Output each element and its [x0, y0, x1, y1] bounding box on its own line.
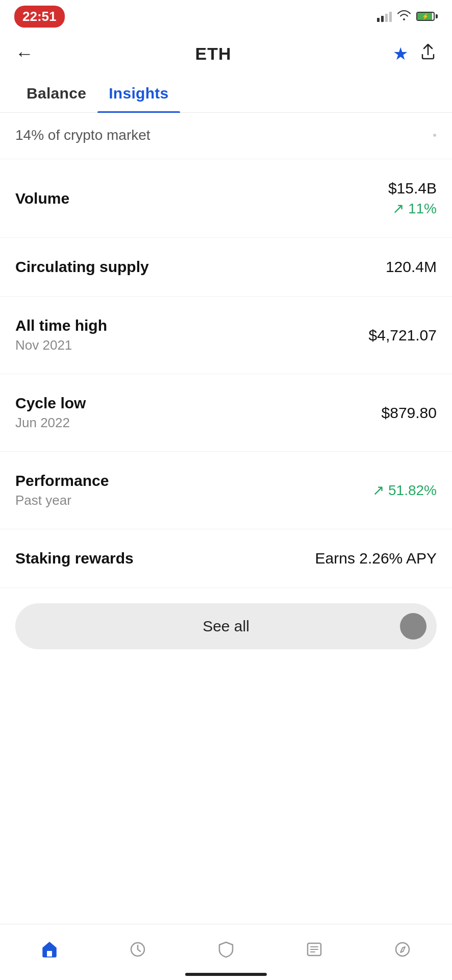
nav-item-explore[interactable] [383, 936, 422, 963]
home-indicator [185, 973, 267, 976]
tab-balance[interactable]: Balance [15, 77, 97, 112]
stat-sublabel-performance: Past year [15, 493, 109, 508]
nav-item-shield[interactable] [206, 936, 246, 963]
stat-label-performance: Performance [15, 472, 109, 489]
header-title: ETH [195, 44, 232, 64]
stat-value-circulating-supply: 120.4M [386, 258, 437, 276]
clock-icon [128, 940, 147, 959]
bottom-nav [0, 924, 452, 980]
nav-item-home[interactable] [30, 936, 69, 963]
stat-value-cycle-low: $879.80 [382, 404, 437, 422]
stat-sublabel-cycle-low: Jun 2022 [15, 415, 86, 431]
see-all-label: See all [31, 618, 421, 635]
stat-label-circulating-supply: Circulating supply [15, 258, 149, 276]
stat-label-staking-rewards: Staking rewards [15, 550, 134, 567]
market-cap-row: 14% of crypto market • [0, 118, 452, 159]
see-all-button[interactable]: See all [15, 603, 437, 649]
header: ← ETH ★ [0, 31, 452, 77]
shield-icon [216, 940, 236, 959]
stats-list: Volume $15.4B ↗ 11% Circulating supply 1… [0, 159, 452, 588]
header-actions: ★ [393, 43, 437, 64]
back-button[interactable]: ← [15, 44, 34, 63]
status-time: 22:51 [14, 6, 65, 28]
battery-icon: ⚡ [416, 12, 438, 21]
compass-icon [393, 940, 412, 959]
stat-row-cycle-low: Cycle low Jun 2022 $879.80 [0, 374, 452, 452]
svg-point-3 [396, 943, 409, 956]
stat-label-cycle-low: Cycle low [15, 395, 86, 412]
wifi-icon [397, 9, 411, 23]
tabs: Balance Insights [0, 77, 452, 113]
stat-row-volume: Volume $15.4B ↗ 11% [0, 159, 452, 238]
nav-item-portfolio[interactable] [118, 936, 158, 963]
stat-sublabel-all-time-high: Nov 2021 [15, 337, 107, 353]
stat-row-circulating-supply: Circulating supply 120.4M [0, 238, 452, 297]
share-icon[interactable] [419, 43, 437, 64]
see-all-container: See all [0, 588, 452, 670]
market-cap-dot: • [433, 129, 437, 142]
home-icon [40, 940, 59, 959]
stat-value-volume: $15.4B [388, 180, 437, 197]
stat-change-volume: ↗ 11% [392, 200, 437, 217]
stat-row-all-time-high: All time high Nov 2021 $4,721.07 [0, 297, 452, 374]
signal-icon [377, 11, 392, 22]
stat-row-performance: Performance Past year ↗ 51.82% [0, 452, 452, 529]
market-cap-text: 14% of crypto market [15, 127, 150, 143]
list-icon [305, 940, 324, 959]
stat-value-all-time-high: $4,721.07 [369, 327, 437, 344]
favorite-icon[interactable]: ★ [393, 43, 408, 64]
svg-rect-0 [47, 951, 52, 957]
see-all-thumb [400, 613, 426, 640]
tab-insights[interactable]: Insights [97, 77, 180, 112]
stat-value-staking-rewards: Earns 2.26% APY [315, 550, 437, 567]
nav-item-orders[interactable] [294, 936, 334, 963]
status-icons: ⚡ [377, 9, 438, 23]
stat-row-staking-rewards: Staking rewards Earns 2.26% APY [0, 529, 452, 588]
stat-change-performance: ↗ 51.82% [372, 482, 437, 499]
stat-label-volume: Volume [15, 190, 69, 207]
status-bar: 22:51 ⚡ [0, 0, 452, 31]
stat-label-all-time-high: All time high [15, 317, 107, 334]
